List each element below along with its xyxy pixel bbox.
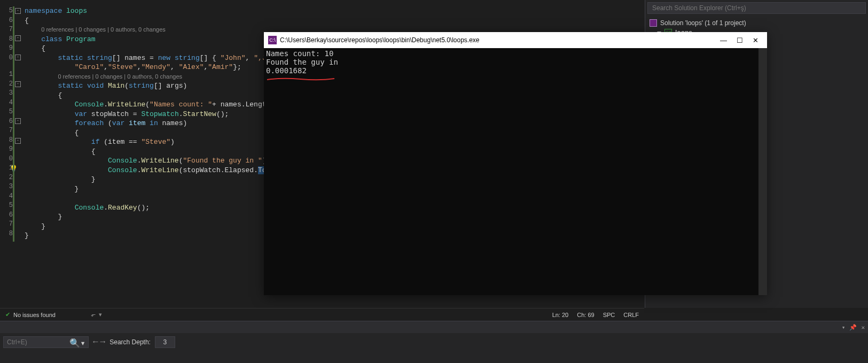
close-button[interactable]: ✕ [753,36,758,44]
codelens-info[interactable]: 0 references | 0 changes | 0 authors, 0 … [58,73,182,80]
dropdown-icon[interactable]: ▾ [99,311,102,318]
close-icon[interactable]: ✕ [861,324,865,331]
glyph-margin: - - - - - - 💡 [13,0,25,308]
panel-dropdown-icon[interactable]: ▾ [842,324,846,331]
solution-label: Solution 'loops' (1 of 1 project) [660,19,746,27]
fold-toggle-icon[interactable]: - [15,55,21,60]
cursor-line[interactable]: Ln: 20 [552,312,569,318]
solution-node[interactable]: Solution 'loops' (1 of 1 project) [650,18,864,28]
line-number-gutter: 567890123456789012345678 [0,0,13,308]
fold-toggle-icon[interactable]: - [15,81,21,87]
solution-explorer-search-input[interactable] [647,2,866,14]
search-depth-input[interactable] [155,336,175,348]
solution-icon [650,19,657,27]
search-depth-label: Search Depth: [110,338,151,346]
indent-mode[interactable]: SPC [603,312,615,318]
console-window[interactable]: C:\ C:\Users\Berkay\source\repos\loops\l… [264,32,767,295]
codelens-info[interactable]: 0 references | 0 changes | 0 authors, 0 … [41,26,166,33]
check-icon: ✔ [5,311,10,318]
console-output[interactable]: Names count: 10 Found the guy in 0.00016… [264,48,767,295]
pin-icon[interactable]: 📌 [849,324,857,331]
nav-forward-icon[interactable]: → [100,337,106,347]
editor-status-bar: ✔ No issues found ⬐ ▾ Ln: 20 Ch: 69 SPC … [0,308,644,321]
console-scrollbar[interactable] [758,48,767,295]
nav-back-icon[interactable]: ⬐ [91,311,96,318]
nav-back-icon[interactable]: ← [93,337,98,347]
fold-toggle-icon[interactable]: - [15,8,21,14]
red-underline-annotation [266,75,335,79]
console-titlebar[interactable]: C:\ C:\Users\Berkay\source\repos\loops\l… [264,32,767,48]
console-title: C:\Users\Berkay\source\repos\loops\loops… [280,36,480,44]
bottom-tool-panel: ▾ 📌 ✕ 🔍▾ ← → Search Depth: [0,321,868,363]
fold-toggle-icon[interactable]: - [15,35,21,41]
issues-status[interactable]: No issues found [13,312,56,318]
panel-header: ▾ 📌 ✕ [0,321,868,333]
line-ending[interactable]: CRLF [623,312,639,318]
maximize-button[interactable]: ☐ [737,36,743,44]
fold-toggle-icon[interactable]: - [15,138,21,144]
console-app-icon: C:\ [268,36,277,44]
search-icon[interactable]: 🔍▾ [69,338,85,349]
cursor-char[interactable]: Ch: 69 [577,312,594,318]
fold-toggle-icon[interactable]: - [15,118,21,124]
minimize-button[interactable]: — [720,36,727,44]
